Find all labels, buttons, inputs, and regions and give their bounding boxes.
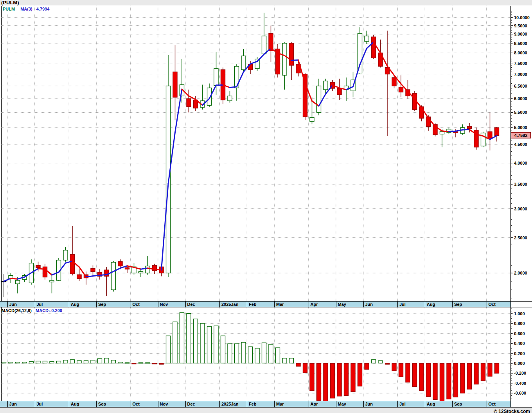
macd-bar — [248, 347, 253, 363]
macd-bar — [358, 363, 362, 386]
macd-bar — [57, 361, 61, 363]
macd-bar — [187, 314, 191, 363]
macd-bar — [125, 363, 129, 363]
price-axis-label: 5.0000 — [514, 125, 527, 130]
month-strip-end-box — [510, 301, 532, 307]
month-label: Aug — [71, 402, 79, 406]
candle-up — [310, 117, 314, 121]
month-label: Jul — [399, 302, 406, 307]
price-axis-label: 2.0000 — [514, 271, 527, 275]
macd-bar — [36, 361, 40, 363]
macd-bar — [385, 363, 390, 365]
macd-bar — [282, 358, 287, 363]
macd-bar — [289, 358, 294, 363]
month-tick — [274, 401, 275, 407]
month-tick — [336, 302, 336, 307]
month-tick — [131, 302, 131, 307]
candle-up — [324, 81, 328, 90]
month-label: Feb — [249, 402, 257, 406]
price-axis-label: 4.0000 — [514, 161, 527, 165]
price-axis-label: 10.0000 — [514, 15, 530, 20]
legend-ma-value: 4.7994 — [36, 7, 50, 11]
macd-bar — [276, 348, 280, 363]
price-axis-label: 7.5000 — [514, 61, 527, 66]
macd-bar — [50, 362, 54, 363]
month-tick — [219, 401, 220, 407]
month-label: Sep — [98, 302, 106, 307]
macd-axis-label: 0.600 — [514, 331, 525, 336]
month-tick — [274, 302, 275, 307]
month-label: Apr — [311, 402, 318, 406]
month-label: Sep — [454, 302, 462, 307]
price-chart: 10.00009.50009.00008.50008.00007.50007.0… — [0, 6, 532, 301]
candle-up — [111, 262, 116, 290]
month-tick — [425, 401, 425, 407]
month-strip-end-box — [510, 401, 532, 407]
macd-chart: 1.0000.8000.6000.4000.2000.000-0.200-0.4… — [0, 307, 532, 401]
macd-bar — [426, 363, 431, 397]
price-axis-label: 9.5000 — [514, 23, 527, 28]
macd-bar — [146, 363, 150, 363]
candle-up — [214, 68, 218, 85]
macd-legend-label: MACD(26,12,9) — [2, 308, 32, 313]
month-tick — [219, 302, 220, 307]
macd-bar — [351, 363, 355, 391]
month-label: Jun — [365, 302, 373, 307]
month-tick — [35, 401, 35, 407]
macd-bar — [194, 319, 198, 363]
candle-up — [241, 56, 246, 70]
macd-bar — [303, 363, 307, 373]
macd-bar — [221, 336, 225, 363]
macd-axis-label: 1.000 — [514, 311, 525, 316]
candle-down — [372, 37, 376, 58]
ma-line-segment — [93, 275, 100, 276]
price-axis-label: 3.0000 — [514, 206, 527, 211]
month-label: Jun — [9, 302, 17, 307]
month-tick — [247, 302, 247, 307]
month-label: May — [338, 402, 346, 406]
candle-down — [303, 74, 307, 117]
month-tick — [363, 302, 364, 307]
price-axis-label: 6.0000 — [514, 96, 527, 101]
macd-bar — [317, 363, 321, 400]
macd-bar — [392, 363, 396, 371]
candle-up — [139, 271, 143, 273]
month-tick — [35, 302, 35, 307]
title-bar: (PULM) — [0, 0, 532, 6]
month-tick — [131, 401, 131, 407]
candle-down — [289, 43, 294, 65]
page-title: (PULM) — [0, 0, 532, 5]
month-label: Jun — [365, 402, 373, 406]
candle-down — [495, 127, 499, 135]
macd-bar — [460, 363, 465, 393]
month-label: Nov — [160, 402, 168, 406]
last-price-badge: 4.7582 — [511, 132, 531, 138]
macd-bar — [77, 361, 81, 363]
month-label: Jul — [37, 302, 43, 307]
month-tick — [363, 401, 364, 407]
candle-up — [228, 96, 232, 101]
month-tick — [397, 401, 398, 407]
macd-bar — [29, 362, 34, 363]
macd-bar — [447, 363, 451, 399]
candle-up — [50, 280, 54, 282]
month-tick — [7, 401, 8, 407]
candle-up — [481, 133, 485, 146]
month-label: Oct — [489, 402, 496, 406]
macd-bar — [139, 363, 143, 363]
macd-bar — [132, 363, 136, 364]
candle-down — [125, 268, 129, 269]
macd-bar — [337, 363, 341, 396]
macd-axis-label: 0.000 — [514, 361, 525, 366]
price-axis-label: 3.5000 — [514, 182, 527, 187]
month-label: Dec — [187, 302, 195, 307]
candle-up — [358, 33, 362, 73]
ma-line-segment — [155, 269, 162, 270]
macd-bar — [467, 363, 472, 389]
macd-bar — [344, 363, 349, 396]
macd-bar — [166, 336, 171, 363]
candle-down — [467, 127, 472, 129]
candle-down — [36, 265, 40, 268]
candle-up — [146, 266, 150, 273]
macd-bar — [153, 363, 157, 364]
